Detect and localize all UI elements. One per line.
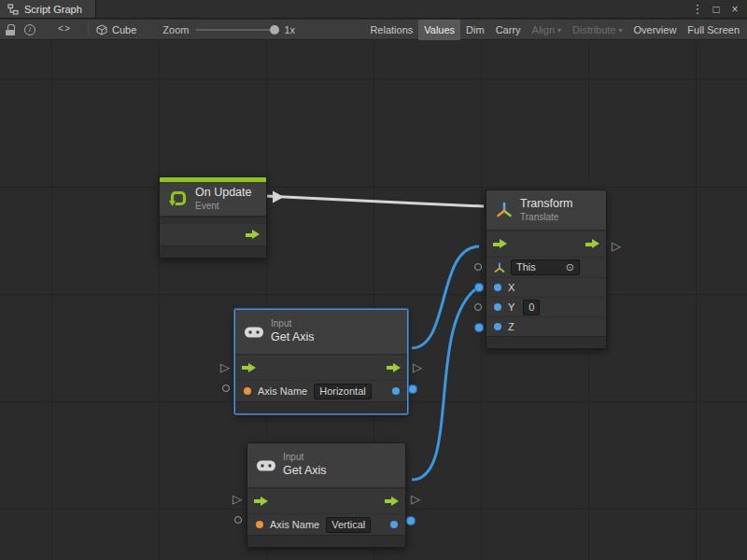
zoom-value: 1x bbox=[284, 24, 295, 35]
result-output-port-connected[interactable] bbox=[406, 516, 416, 525]
axis-name-field[interactable]: Horizontal bbox=[314, 384, 372, 399]
titlebar: Script Graph ⋮ □ × bbox=[0, 0, 747, 19]
y-value-dot[interactable] bbox=[494, 303, 501, 311]
node-body-gap bbox=[160, 217, 266, 223]
info-icon[interactable]: i bbox=[24, 24, 35, 35]
axis-name-input-port[interactable] bbox=[222, 385, 230, 392]
tab-label: Script Graph bbox=[24, 4, 82, 15]
control-output-port[interactable]: ▷ bbox=[612, 240, 621, 253]
dim-button[interactable]: Dim bbox=[460, 20, 490, 40]
node-category: Input bbox=[283, 452, 327, 464]
control-input-arrow-icon[interactable] bbox=[254, 497, 268, 507]
tab-script-graph[interactable]: Script Graph bbox=[0, 0, 96, 18]
y-value-field[interactable]: 0 bbox=[523, 300, 540, 315]
code-icon[interactable]: <> bbox=[58, 24, 71, 35]
x-input-row: X bbox=[486, 277, 606, 297]
vertical-to-z-wire bbox=[412, 287, 479, 480]
zoom-label: Zoom bbox=[162, 24, 189, 35]
control-output-port[interactable]: ▷ bbox=[413, 361, 422, 374]
lock-icon[interactable] bbox=[6, 24, 15, 35]
result-value-dot[interactable] bbox=[390, 521, 398, 528]
control-wire-arrowhead bbox=[273, 191, 284, 203]
zoom-control: Zoom 1x bbox=[162, 24, 295, 35]
axis-name-input-port[interactable] bbox=[234, 516, 242, 524]
zoom-slider[interactable] bbox=[195, 29, 277, 31]
close-icon[interactable]: × bbox=[727, 2, 742, 17]
target-label: Cube bbox=[112, 24, 136, 35]
this-row: This ⊙ bbox=[486, 257, 606, 277]
control-output-arrow-icon[interactable] bbox=[385, 497, 399, 507]
node-footer bbox=[247, 535, 405, 547]
get-axis-horizontal-node[interactable]: Input Get Axis Axis Name Horizontal ▷ ▷ bbox=[234, 309, 408, 414]
axis-name-label: Axis Name bbox=[258, 385, 307, 397]
z-input-port-connected[interactable] bbox=[474, 323, 484, 332]
axis-name-value-dot[interactable] bbox=[244, 387, 251, 395]
values-button[interactable]: Values bbox=[418, 20, 460, 40]
maximize-icon[interactable]: □ bbox=[709, 2, 724, 17]
axis-name-field[interactable]: Vertical bbox=[326, 517, 371, 533]
carry-button[interactable]: Carry bbox=[490, 20, 527, 40]
loop-arrow-icon bbox=[168, 189, 189, 209]
this-object-field[interactable]: This ⊙ bbox=[511, 259, 580, 275]
axis-mini-icon bbox=[494, 262, 505, 273]
on-update-header: On Update Event bbox=[160, 182, 266, 217]
control-output-arrow-icon[interactable] bbox=[246, 230, 260, 240]
control-row bbox=[160, 223, 266, 245]
control-input-arrow-icon[interactable] bbox=[493, 239, 507, 249]
node-footer bbox=[235, 401, 407, 413]
z-input-row: Z bbox=[486, 316, 606, 336]
on-update-node[interactable]: On Update Event bbox=[159, 176, 267, 259]
control-output-port[interactable]: ▷ bbox=[411, 493, 420, 506]
cube-icon bbox=[96, 24, 107, 35]
z-value-dot[interactable] bbox=[494, 323, 501, 330]
transform-gizmo-icon bbox=[495, 201, 514, 219]
gamepad-icon bbox=[256, 459, 276, 472]
overview-button[interactable]: Overview bbox=[628, 20, 683, 40]
graph-canvas[interactable]: On Update Event bbox=[0, 40, 747, 560]
graph-target[interactable]: Cube bbox=[96, 24, 136, 35]
node-footer bbox=[160, 245, 266, 258]
control-input-port[interactable]: ▷ bbox=[220, 361, 230, 374]
transform-translate-node[interactable]: Transform Translate bbox=[486, 189, 607, 349]
fullscreen-button[interactable]: Full Screen bbox=[682, 20, 745, 40]
control-input-arrow-icon[interactable] bbox=[242, 363, 256, 373]
node-subtitle: Event bbox=[195, 201, 251, 213]
x-input-port-connected[interactable] bbox=[474, 283, 484, 292]
result-value-dot[interactable] bbox=[392, 387, 400, 395]
y-input-row: Y 0 bbox=[486, 297, 606, 316]
node-title: Get Axis bbox=[271, 330, 315, 345]
get-axis-vertical-node[interactable]: Input Get Axis Axis Name Vertical ▷ ▷ bbox=[247, 442, 406, 548]
z-label: Z bbox=[508, 321, 514, 332]
node-title: Transform bbox=[520, 197, 573, 212]
axis-name-row: Axis Name Horizontal bbox=[235, 380, 407, 401]
toolbar-buttons: Relations Values Dim Carry Align▾ Distri… bbox=[364, 20, 745, 40]
control-row bbox=[235, 355, 407, 380]
control-output-arrow-icon[interactable] bbox=[585, 239, 599, 249]
gamepad-icon bbox=[244, 326, 264, 339]
control-row bbox=[486, 231, 606, 257]
control-wire bbox=[265, 196, 484, 206]
kebab-menu-icon[interactable]: ⋮ bbox=[690, 2, 705, 17]
graph-toolbar: i <> Cube Zoom 1x Relations Values Dim C… bbox=[0, 20, 747, 40]
node-footer bbox=[486, 336, 606, 348]
horizontal-to-x-wire bbox=[412, 246, 479, 348]
script-graph-icon bbox=[7, 4, 19, 15]
zoom-slider-handle[interactable] bbox=[270, 25, 279, 35]
script-graph-window: Script Graph ⋮ □ × i <> Cube Zoom 1x Rel… bbox=[0, 0, 747, 560]
chevron-down-icon: ▾ bbox=[619, 26, 623, 35]
result-output-port-connected[interactable] bbox=[408, 385, 417, 394]
get-axis-header: Input Get Axis bbox=[247, 443, 405, 488]
control-output-arrow-icon[interactable] bbox=[387, 363, 401, 373]
x-value-dot[interactable] bbox=[494, 284, 501, 291]
relations-button[interactable]: Relations bbox=[364, 20, 418, 40]
y-input-port[interactable] bbox=[474, 303, 482, 311]
distribute-button[interactable]: Distribute▾ bbox=[567, 20, 627, 40]
align-button[interactable]: Align▾ bbox=[527, 20, 567, 40]
this-input-port[interactable] bbox=[474, 263, 482, 271]
axis-name-value-dot[interactable] bbox=[256, 521, 263, 528]
y-label: Y bbox=[508, 301, 514, 313]
node-title: On Update bbox=[195, 186, 251, 201]
control-input-port[interactable]: ▷ bbox=[233, 493, 242, 506]
this-value: This bbox=[516, 261, 536, 273]
target-picker-icon[interactable]: ⊙ bbox=[566, 262, 574, 273]
